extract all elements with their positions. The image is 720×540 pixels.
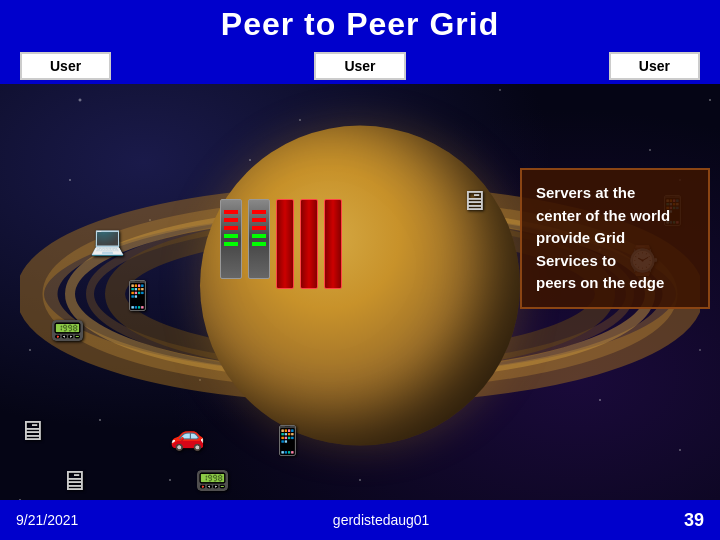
slide: Peer to Peer Grid User User User: [0, 0, 720, 540]
server-rack-red-1: [276, 199, 294, 289]
user-box-center: User: [314, 52, 405, 80]
server-rack-2: [248, 199, 270, 279]
device-pda-bottom: 📟: [195, 464, 230, 497]
server-rack-red-3: [324, 199, 342, 289]
footer-presenter: gerdistedaug01: [333, 512, 430, 528]
device-laptop-left: 💻: [90, 224, 125, 257]
device-tablet-bottom: 📱: [270, 424, 305, 457]
device-desktop2-left: 🖥: [60, 464, 88, 497]
device-pda-left: 📟: [50, 314, 85, 347]
info-line5: peers on the edge: [536, 274, 664, 291]
slide-title: Peer to Peer Grid: [221, 6, 499, 43]
device-car-left: 🚗: [170, 419, 205, 452]
user-row: User User User: [0, 48, 720, 84]
info-line1: Servers at the: [536, 184, 635, 201]
device-desktop-left: 🖥: [18, 414, 46, 447]
title-bar: Peer to Peer Grid: [0, 0, 720, 48]
server-rack-1: [220, 199, 242, 279]
info-line2: center of the world: [536, 207, 670, 224]
user-box-left: User: [20, 52, 111, 80]
device-phone-left: 📱: [120, 279, 155, 312]
info-line3: provide Grid: [536, 229, 625, 246]
info-text: Servers at the center of the world provi…: [536, 182, 694, 295]
info-box: Servers at the center of the world provi…: [520, 168, 710, 309]
footer-date: 9/21/2021: [16, 512, 78, 528]
server-rack-red-2: [300, 199, 318, 289]
device-monitor-top: 🖥: [460, 184, 488, 217]
user-box-right: User: [609, 52, 700, 80]
footer: 9/21/2021 gerdistedaug01 39: [0, 500, 720, 540]
info-line4: Services to: [536, 252, 616, 269]
server-racks: [220, 199, 342, 289]
footer-slide-number: 39: [684, 510, 704, 531]
